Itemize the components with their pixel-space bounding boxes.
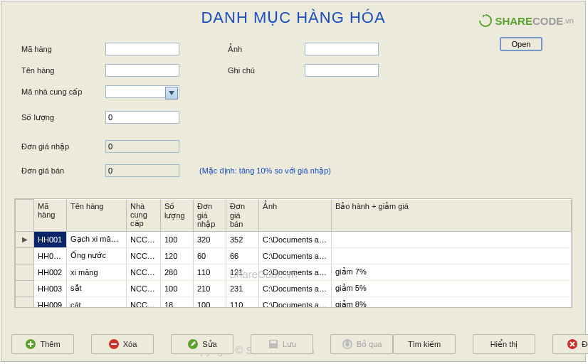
cell-dgn[interactable]: 320 xyxy=(194,231,226,247)
ghi-chu-label: Ghi chú xyxy=(228,66,255,75)
close-button[interactable]: Đóng xyxy=(552,334,588,354)
anh-input[interactable] xyxy=(305,43,379,55)
col-ncc[interactable]: Nhà cung cấp xyxy=(127,200,161,232)
col-so-luong[interactable]: Số lượng xyxy=(161,200,194,232)
cell-ten[interactable]: sắt xyxy=(67,280,127,296)
cell-sl[interactable]: 120 xyxy=(161,247,194,264)
ma-hang-input[interactable] xyxy=(105,43,179,55)
cell-dgb[interactable]: 110 xyxy=(226,296,259,308)
col-dg-nhap[interactable]: Đơn giá nhập xyxy=(194,200,226,232)
row-header[interactable] xyxy=(16,296,34,308)
so-luong-input[interactable] xyxy=(105,111,179,124)
so-luong-label: Số lượng xyxy=(21,113,54,122)
edit-button[interactable]: Sửa xyxy=(171,334,233,354)
cell-ma[interactable]: HH002 xyxy=(34,264,67,280)
cell-ma[interactable]: HH003 xyxy=(34,280,67,296)
cell-dgn[interactable]: 60 xyxy=(194,247,226,264)
dg-nhap-label: Đơn giá nhập xyxy=(21,142,69,151)
cell-bh[interactable] xyxy=(332,247,572,264)
row-header[interactable] xyxy=(16,280,34,296)
cell-dgb[interactable]: 66 xyxy=(226,247,259,264)
cell-sl[interactable]: 100 xyxy=(161,280,194,296)
cell-bh[interactable]: giảm 5% xyxy=(332,280,572,296)
dg-ban-input xyxy=(105,164,179,177)
delete-button[interactable]: Xóa xyxy=(91,334,154,354)
ten-hang-label: Tên hàng xyxy=(21,66,54,75)
close-icon xyxy=(567,338,578,350)
cell-dgb[interactable]: 352 xyxy=(226,231,259,247)
table-row[interactable]: ▶HH001Gạch xi măng...NCC003100320352C:\D… xyxy=(16,231,572,247)
edit-icon xyxy=(187,338,199,350)
product-grid[interactable]: Mã hàng Tên hàng Nhà cung cấp Số lượng Đ… xyxy=(14,198,572,308)
table-row[interactable]: HH003sắtNCC008100210231C:\Documents an..… xyxy=(16,280,572,296)
dg-ban-note: (Mặc định: tăng 10% so với giá nhập) xyxy=(199,166,331,176)
action-bar: Thêm Xóa Sửa Lưu xyxy=(11,334,575,354)
ma-hang-label: Mã hàng xyxy=(21,45,52,53)
cell-ten[interactable]: Gạch xi măng... xyxy=(67,231,127,247)
open-button[interactable]: Open xyxy=(500,37,542,51)
cell-bh[interactable]: giảm 7% xyxy=(332,264,572,280)
page-title: DANH MỤC HÀNG HÓA xyxy=(201,9,385,27)
col-ten-hang[interactable]: Tên hàng xyxy=(67,200,127,232)
cell-dgb[interactable]: 121 xyxy=(226,264,259,280)
save-button: Lưu xyxy=(251,334,313,354)
dg-nhap-input xyxy=(105,140,179,153)
show-button[interactable]: Hiển thị xyxy=(473,334,535,354)
cell-bh[interactable] xyxy=(332,231,572,247)
row-header[interactable]: ▶ xyxy=(16,231,34,247)
cancel-button: Bỏ qua xyxy=(330,334,393,354)
ten-hang-input[interactable] xyxy=(105,64,179,77)
cell-dgn[interactable]: 100 xyxy=(194,296,226,308)
cell-ncc[interactable]: NCC004 xyxy=(127,264,161,280)
table-row[interactable]: HH002xi măngNCC004280110121C:\Documents … xyxy=(16,264,572,280)
cell-ncc[interactable]: NCC006 xyxy=(127,296,161,308)
table-row[interactable]: HH0010Ống nướcNCC0031206066C:\Documents … xyxy=(16,247,572,264)
recycle-icon xyxy=(479,14,492,27)
cell-anh[interactable]: C:\Documents an... xyxy=(259,231,332,247)
cell-ten[interactable]: Ống nước xyxy=(67,247,127,264)
cell-anh[interactable]: C:\Documents an... xyxy=(259,296,332,308)
anh-label: Ảnh xyxy=(228,45,242,54)
cell-dgb[interactable]: 231 xyxy=(226,280,259,296)
cell-anh[interactable]: C:\Documents an... xyxy=(259,280,332,296)
cell-sl[interactable]: 280 xyxy=(161,264,194,280)
svg-rect-2 xyxy=(111,343,117,345)
ma-ncc-select[interactable] xyxy=(105,85,179,98)
chevron-down-icon[interactable] xyxy=(165,87,178,100)
cell-ten[interactable]: xi măng xyxy=(67,264,127,280)
table-row[interactable]: HH009cátNCC00618100110C:\Documents an...… xyxy=(16,296,572,308)
cell-ten[interactable]: cát xyxy=(67,296,127,308)
dg-ban-label: Đơn giá bán xyxy=(21,166,64,176)
cell-dgn[interactable]: 210 xyxy=(194,280,226,296)
cell-ma[interactable]: HH009 xyxy=(34,296,67,308)
cell-anh[interactable]: C:\Documents an... xyxy=(259,264,332,280)
save-icon xyxy=(268,338,279,350)
logo: SHARECODE.vn xyxy=(479,14,574,27)
svg-rect-5 xyxy=(271,341,276,343)
delete-icon xyxy=(108,338,120,350)
cell-sl[interactable]: 100 xyxy=(161,231,194,247)
cell-bh[interactable]: giảm 8% xyxy=(332,296,572,308)
grid-header: Mã hàng Tên hàng Nhà cung cấp Số lượng Đ… xyxy=(16,200,572,232)
col-ma-hang[interactable]: Mã hàng xyxy=(34,200,67,232)
add-button[interactable]: Thêm xyxy=(11,334,74,354)
plus-icon xyxy=(25,338,36,350)
cell-ncc[interactable]: NCC003 xyxy=(127,247,161,264)
row-header[interactable] xyxy=(16,264,34,280)
col-anh[interactable]: Ảnh xyxy=(259,200,332,232)
ghi-chu-input[interactable] xyxy=(305,64,379,77)
col-dg-ban[interactable]: Đơn giá bán xyxy=(226,200,259,232)
search-button[interactable]: Tìm kiếm xyxy=(393,334,456,354)
cell-ma[interactable]: HH0010 xyxy=(34,247,67,264)
cell-ma[interactable]: HH001 xyxy=(34,231,67,247)
undo-icon xyxy=(342,338,353,350)
row-header[interactable] xyxy=(16,247,34,264)
cell-ncc[interactable]: NCC008 xyxy=(127,280,161,296)
cell-anh[interactable]: C:\Documents an... xyxy=(259,247,332,264)
cell-sl[interactable]: 18 xyxy=(161,296,194,308)
cell-dgn[interactable]: 110 xyxy=(194,264,226,280)
cell-ncc[interactable]: NCC003 xyxy=(127,231,161,247)
product-catalog-window: DANH MỤC HÀNG HÓA SHARECODE.vn Open Mã h… xyxy=(1,1,586,362)
col-bh[interactable]: Bảo hành + giảm giá xyxy=(332,200,572,232)
ma-ncc-label: Mã nhà cung cấp xyxy=(21,87,82,97)
